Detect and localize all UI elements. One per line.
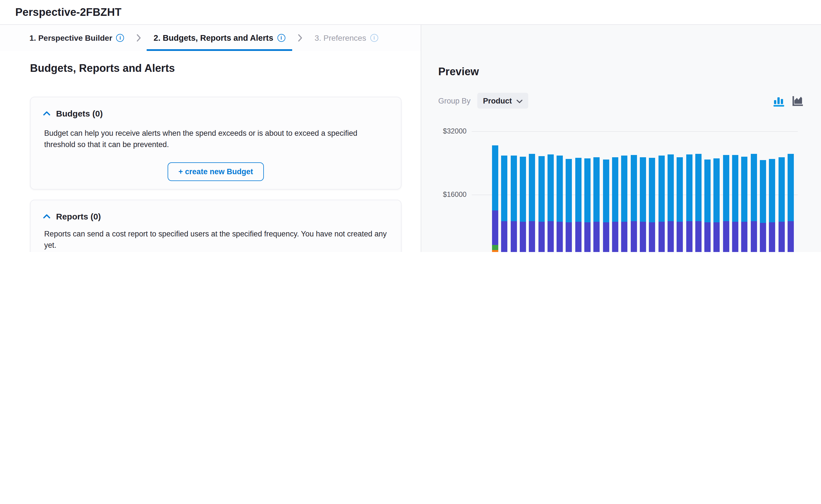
bar-segment-networking: [640, 222, 646, 252]
stacked-bar[interactable]: [566, 131, 572, 252]
chevron-right-icon: [292, 25, 308, 51]
stacked-bar[interactable]: [631, 131, 637, 252]
bar-segment-storage: [594, 157, 600, 222]
bar-segment-networking: [751, 221, 757, 252]
bar-segment-networking: [649, 222, 656, 252]
info-icon[interactable]: i: [277, 34, 285, 42]
stacked-bar[interactable]: [742, 131, 748, 252]
bar-segment-storage: [778, 157, 785, 222]
bar-segment-storage: [658, 156, 665, 221]
bar-segment-amazon-relational-database: [492, 250, 498, 252]
info-icon[interactable]: i: [370, 34, 378, 42]
stacked-bar[interactable]: [547, 131, 554, 252]
stacked-bar[interactable]: [501, 131, 508, 252]
stacked-bar[interactable]: [695, 131, 702, 252]
bar-segment-storage: [760, 160, 766, 223]
group-by-dropdown[interactable]: Product: [477, 93, 528, 109]
stacked-bar[interactable]: [732, 131, 738, 252]
stacked-bar[interactable]: [714, 131, 720, 252]
bar-segment-networking: [695, 221, 702, 252]
stacked-bar[interactable]: [704, 131, 711, 252]
budgets-description: Budget can help you receive alerts when …: [31, 128, 393, 150]
stacked-bar[interactable]: [788, 131, 794, 252]
stacked-bar[interactable]: [538, 131, 544, 252]
bar-segment-networking: [584, 222, 590, 252]
stacked-bar[interactable]: [677, 131, 683, 252]
bar-segment-networking: [668, 221, 674, 252]
bar-segment-storage: [751, 154, 757, 221]
stacked-bar[interactable]: [778, 131, 785, 252]
stacked-bar[interactable]: [584, 131, 590, 252]
bar-segment-networking: [742, 222, 748, 252]
stacked-bar[interactable]: [640, 131, 646, 252]
info-icon[interactable]: i: [116, 34, 124, 42]
bar-segment-storage: [575, 158, 581, 222]
bar-segment-networking: [760, 223, 766, 252]
bar-segment-networking: [575, 222, 581, 252]
stacked-bar[interactable]: [492, 131, 498, 252]
bar-segment-networking: [566, 222, 572, 252]
section-heading: Budgets, Reports and Alerts: [30, 62, 175, 75]
create-budget-button[interactable]: + create new Budget: [167, 162, 264, 181]
stacked-bar[interactable]: [769, 131, 775, 252]
tab-preferences[interactable]: 3. Preferences i: [308, 25, 385, 51]
bar-segment-networking: [510, 221, 517, 252]
stacked-bar[interactable]: [622, 131, 628, 252]
bar-segment-storage: [538, 156, 544, 222]
preview-chart: $0$16000$32000 May 05May 12May 19May 26J…: [438, 119, 803, 252]
bar-segment-storage: [649, 158, 656, 222]
bar-segment-storage: [547, 154, 554, 221]
stacked-bar[interactable]: [751, 131, 757, 252]
bar-segment-storage: [631, 155, 637, 221]
bar-segment-storage: [501, 155, 508, 221]
preview-title: Preview: [438, 66, 479, 78]
tab-perspective-builder[interactable]: 1. Perspective Builder i: [23, 25, 131, 51]
perspective-builder-page: Perspective-2FBZHT 1. Perspective Builde…: [0, 0, 821, 252]
bar-segment-networking: [631, 221, 637, 252]
stacked-bar[interactable]: [668, 131, 674, 252]
bar-segment-storage: [714, 159, 720, 222]
bar-segment-networking: [612, 222, 618, 252]
bar-chart-icon[interactable]: [773, 95, 785, 107]
bar-segment-networking: [732, 221, 738, 252]
bar-segment-amazon-elastic-compute-cloud: [492, 245, 498, 250]
area-chart-icon[interactable]: [792, 95, 803, 107]
bar-segment-networking: [622, 221, 628, 252]
stacked-bar[interactable]: [612, 131, 618, 252]
tab-budgets-reports-alerts[interactable]: 2. Budgets, Reports and Alerts i: [147, 25, 292, 51]
stacked-bar[interactable]: [723, 131, 729, 252]
stacked-bar[interactable]: [603, 131, 609, 252]
budgets-card-header[interactable]: Budgets (0): [31, 97, 401, 118]
stacked-bar[interactable]: [686, 131, 692, 252]
stepper-tabs: 1. Perspective Builder i 2. Budgets, Rep…: [0, 25, 421, 51]
budgets-card: Budgets (0) Budget can help you receive …: [30, 97, 401, 189]
chevron-right-icon: [131, 25, 147, 51]
stacked-bar[interactable]: [520, 131, 526, 252]
bar-segment-storage: [529, 154, 535, 221]
stacked-bar[interactable]: [649, 131, 656, 252]
stacked-bar[interactable]: [760, 131, 766, 252]
bar-segment-storage: [742, 157, 748, 222]
bar-segment-networking: [492, 211, 498, 245]
chevron-down-icon: [516, 96, 523, 106]
chevron-up-icon[interactable]: [43, 111, 50, 116]
stacked-bar[interactable]: [575, 131, 581, 252]
preview-panel: Preview Group By Product: [421, 25, 821, 252]
stacked-bar[interactable]: [529, 131, 535, 252]
group-by-value: Product: [483, 96, 512, 105]
stacked-bar[interactable]: [658, 131, 665, 252]
page-header: Perspective-2FBZHT: [0, 0, 821, 25]
reports-card-header[interactable]: Reports (0): [31, 200, 401, 221]
chevron-up-icon[interactable]: [43, 214, 50, 219]
stacked-bar[interactable]: [556, 131, 563, 252]
page-title: Perspective-2FBZHT: [15, 6, 121, 18]
stacked-bar[interactable]: [594, 131, 600, 252]
stacked-bar[interactable]: [510, 131, 517, 252]
group-by-label: Group By: [438, 96, 470, 105]
bar-segment-storage: [686, 154, 692, 221]
bar-segment-storage: [640, 157, 646, 222]
bar-segment-storage: [510, 156, 517, 221]
tab-label: 3. Preferences: [315, 33, 366, 42]
preview-controls: Group By Product: [438, 93, 803, 109]
bar-segment-networking: [723, 221, 729, 252]
